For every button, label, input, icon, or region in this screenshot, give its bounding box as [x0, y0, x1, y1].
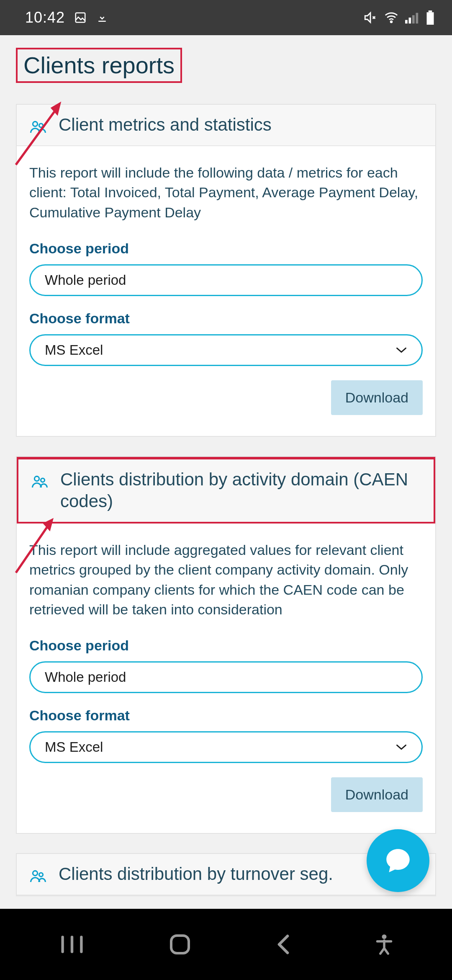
chat-fab[interactable]	[367, 829, 429, 892]
recent-apps-button[interactable]	[59, 934, 85, 954]
svg-point-22	[382, 934, 387, 939]
system-nav-bar	[0, 909, 452, 980]
svg-point-16	[33, 871, 37, 875]
annotation-arrow-icon	[11, 98, 65, 169]
svg-line-14	[16, 521, 51, 573]
period-input[interactable]: Whole period	[29, 661, 423, 693]
accessibility-button[interactable]	[375, 934, 393, 955]
svg-rect-21	[171, 936, 189, 953]
wifi-icon	[383, 10, 399, 25]
cell-signal-icon	[405, 11, 419, 24]
svg-line-8	[16, 105, 59, 165]
svg-rect-3	[409, 18, 411, 23]
format-label: Choose format	[29, 310, 423, 327]
people-icon	[29, 867, 47, 885]
report-description: This report will include the following d…	[29, 163, 423, 223]
card-header: Client metrics and statistics	[17, 105, 435, 146]
format-value: MS Excel	[45, 739, 103, 755]
svg-rect-2	[405, 20, 408, 24]
battery-icon	[425, 10, 435, 25]
svg-rect-0	[76, 13, 85, 23]
svg-point-13	[41, 478, 44, 482]
status-bar-left: 10:42	[25, 9, 108, 26]
page-title-container: Clients reports	[16, 48, 436, 83]
svg-rect-7	[427, 12, 434, 25]
format-value: MS Excel	[45, 342, 103, 358]
svg-rect-4	[412, 15, 415, 23]
home-button[interactable]	[169, 933, 191, 956]
card-title: Client metrics and statistics	[59, 114, 272, 136]
card-header: Clients distribution by activity domain …	[17, 457, 435, 524]
svg-point-17	[39, 873, 43, 877]
period-value: Whole period	[45, 272, 126, 288]
annotation-arrow-icon	[12, 513, 58, 576]
status-bar: 10:42	[0, 0, 452, 35]
people-icon	[31, 473, 49, 490]
download-button[interactable]: Download	[331, 380, 423, 415]
svg-point-12	[34, 476, 39, 481]
download-notification-icon	[96, 11, 108, 24]
status-bar-right	[363, 10, 435, 25]
format-select[interactable]: MS Excel	[29, 731, 423, 763]
period-input[interactable]: Whole period	[29, 264, 423, 296]
period-label: Choose period	[29, 637, 423, 654]
format-label: Choose format	[29, 707, 423, 724]
chevron-down-icon	[396, 743, 407, 751]
format-select[interactable]: MS Excel	[29, 334, 423, 366]
download-button[interactable]: Download	[331, 777, 423, 812]
svg-point-1	[390, 21, 392, 23]
card-body: This report will include the following d…	[17, 146, 435, 436]
page-content: Clients reports Client metrics and stati…	[0, 35, 452, 896]
card-actions: Download	[29, 380, 423, 415]
card-title: Clients distribution by activity domain …	[60, 469, 421, 513]
status-time: 10:42	[25, 9, 65, 26]
card-actions: Download	[29, 777, 423, 812]
report-card-metrics: Client metrics and statistics This repor…	[16, 104, 436, 436]
card-body: This report will include aggregated valu…	[17, 524, 435, 833]
card-title: Clients distribution by turnover seg.	[59, 863, 333, 885]
chat-icon	[383, 845, 413, 876]
chevron-down-icon	[396, 346, 407, 354]
svg-rect-6	[429, 10, 432, 12]
report-card-caen: Clients distribution by activity domain …	[16, 456, 436, 834]
period-value: Whole period	[45, 669, 126, 685]
svg-rect-5	[416, 13, 419, 23]
volume-mute-icon	[363, 10, 378, 25]
page-title: Clients reports	[16, 48, 182, 83]
report-description: This report will include aggregated valu…	[29, 540, 423, 620]
back-button[interactable]	[275, 934, 292, 955]
period-label: Choose period	[29, 240, 423, 257]
image-icon	[74, 11, 87, 24]
